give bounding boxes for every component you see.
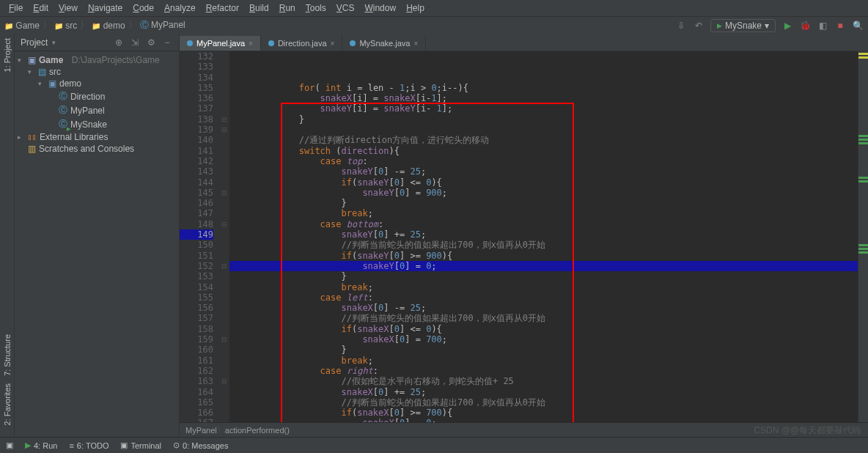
editor-body: 1321331341351361371381391401411421431441…	[180, 51, 868, 422]
code-line[interactable]: break;	[229, 208, 858, 218]
code-line[interactable]: snakeY[0] = 0;	[229, 261, 858, 271]
code-editor[interactable]: for( int i = len - 1;i > 0;i--){ snakeX[…	[229, 51, 858, 422]
code-line[interactable]: //判断当前蛇头的值如果超出700，则x值再从0开始	[229, 240, 858, 250]
code-line[interactable]: if(snakeX[0] <= 0){	[229, 324, 858, 334]
tree-scratches[interactable]: ▥ Scratches and Consoles	[18, 143, 176, 155]
tree-package[interactable]: ▾▣ demo	[18, 78, 176, 89]
crumb-mypanel[interactable]: Ⓒ MyPanel	[140, 19, 185, 32]
menu-view[interactable]: View	[54, 1, 82, 15]
menu-refactor[interactable]: Refactor	[202, 1, 243, 15]
code-line[interactable]: case bottom:	[229, 219, 858, 229]
code-line[interactable]: }	[229, 345, 858, 355]
editor-crumb-item[interactable]: actionPerformed()	[225, 426, 290, 435]
code-line[interactable]: //假如蛇是水平向右移动，则蛇头的值+ 25	[229, 376, 858, 386]
side-tab-project[interactable]: 1: Project	[3, 38, 12, 72]
tree-class-direction[interactable]: Ⓒ Direction	[18, 89, 176, 103]
side-tab-structure[interactable]: 7: Structure	[3, 334, 12, 376]
code-line[interactable]: //判断当前蛇头的值如果超出700，则x值再从0开始	[229, 313, 858, 323]
class-icon	[268, 40, 274, 46]
code-line[interactable]	[229, 125, 858, 135]
code-line[interactable]: if(snakeY[0] <= 0){	[229, 177, 858, 188]
code-line[interactable]: snakeY[i] = snakeY[i- 1];	[229, 103, 858, 114]
menu-edit[interactable]: Edit	[29, 1, 53, 15]
code-line[interactable]: }	[229, 271, 858, 281]
code-line[interactable]: if(snakeY[0] >= 900){	[229, 251, 858, 261]
menu-build[interactable]: Build	[245, 1, 273, 15]
side-tab-favorites[interactable]: 2: Favorites	[3, 383, 12, 425]
code-line[interactable]: case top:	[229, 156, 858, 166]
run-config-selector[interactable]: MySnake ▾	[710, 19, 776, 32]
editor-breadcrumb[interactable]: MyPanel 〉 actionPerformed()	[180, 422, 868, 437]
close-icon[interactable]: ×	[331, 40, 335, 48]
menu-code[interactable]: Code	[128, 1, 158, 15]
code-line[interactable]: snakeY[0] -= 25;	[229, 166, 858, 177]
code-line[interactable]: snakeX[0] += 25;	[229, 387, 858, 397]
line-gutter[interactable]: 1321331341351361371381391401411421431441…	[180, 51, 219, 422]
editor-crumb-item[interactable]: MyPanel	[185, 426, 217, 435]
code-line[interactable]: snakeX[0] = 0;	[229, 418, 858, 422]
crumb-demo[interactable]: demo	[92, 21, 125, 31]
code-line[interactable]: //通过判断direction方向值，进行蛇头的移动	[229, 135, 858, 145]
build-icon[interactable]: ⇩	[675, 20, 687, 32]
collapse-icon[interactable]: ⇲	[129, 37, 141, 48]
chevron-down-icon[interactable]: ▾	[52, 39, 56, 46]
menu-vcs[interactable]: VCS	[332, 1, 359, 15]
tab-mysnake-java[interactable]: MySnake.java×	[342, 36, 426, 51]
toolwindow-toggle-icon[interactable]: ▣	[6, 441, 13, 450]
tree-ext-libs[interactable]: ▸⫾⫾ External Libraries	[18, 131, 176, 143]
code-line[interactable]: case right:	[229, 366, 858, 376]
menu-navigate[interactable]: Navigate	[84, 1, 127, 15]
project-tree: ▾▣ Game D:\JavaProjects\Game ▾▤ src ▾▣ d…	[15, 51, 179, 158]
code-line[interactable]: snakeX[i] = snakeX[i-1];	[229, 93, 858, 103]
status-messages[interactable]: ⊙ 0: Messages	[173, 441, 228, 450]
fold-gutter[interactable]: ⊟⊟⊟⊟⊟⊟⊟	[219, 51, 229, 422]
code-line[interactable]: snakeX[0] -= 25;	[229, 303, 858, 313]
debug-icon[interactable]: 🐞	[799, 20, 811, 32]
tree-class-mypanel[interactable]: Ⓒ MyPanel	[18, 103, 176, 117]
close-icon[interactable]: ×	[413, 40, 418, 48]
code-line[interactable]: for( int i = len - 1;i > 0;i--){	[229, 83, 858, 93]
navigation-bar: Game〉 src〉 demo〉Ⓒ MyPanel ⇩ ↶ MySnake ▾ …	[0, 16, 868, 34]
coverage-icon[interactable]: ◧	[817, 20, 828, 32]
menu-run[interactable]: Run	[275, 1, 300, 15]
tree-src[interactable]: ▾▤ src	[18, 66, 176, 78]
close-icon[interactable]: ×	[249, 40, 253, 48]
tree-root[interactable]: ▾▣ Game D:\JavaProjects\Game	[18, 54, 176, 66]
crumb-game[interactable]: Game	[4, 21, 40, 31]
gear-icon[interactable]: ⚙	[145, 37, 157, 48]
code-line[interactable]: case left:	[229, 292, 858, 303]
tree-class-mysnake[interactable]: Ⓒ▶ MySnake	[18, 117, 176, 131]
run-icon[interactable]: ▶	[781, 20, 793, 32]
menu-window[interactable]: Window	[360, 1, 400, 15]
target-icon[interactable]: ⊕	[113, 37, 125, 48]
chevron-down-icon: ▾	[765, 21, 769, 31]
class-icon	[350, 40, 356, 46]
code-line[interactable]: switch (direction){	[229, 146, 858, 156]
hide-icon[interactable]: −	[161, 37, 173, 48]
code-line[interactable]: //判断当前蛇头的值如果超出700，则x值再从0开始	[229, 397, 858, 408]
tab-direction-java[interactable]: Direction.java×	[261, 36, 342, 51]
status-run[interactable]: ▶ 4: Run	[25, 441, 57, 450]
crumb-src[interactable]: src	[54, 21, 77, 31]
code-line[interactable]: }	[229, 198, 858, 208]
menu-file[interactable]: File	[4, 1, 27, 15]
tab-mypanel-java[interactable]: MyPanel.java×	[180, 36, 261, 51]
status-bar: ▣ ▶ 4: Run ≡ 6: TODO ▣ Terminal ⊙ 0: Mes…	[0, 437, 868, 453]
error-stripe[interactable]	[858, 51, 868, 422]
stop-icon[interactable]: ■	[834, 20, 846, 32]
code-line[interactable]: if(snakeX[0] >= 700){	[229, 408, 858, 418]
code-line[interactable]: break;	[229, 356, 858, 366]
back-icon[interactable]: ↶	[693, 20, 705, 32]
menu-help[interactable]: Help	[402, 1, 429, 15]
breadcrumb[interactable]: Game〉 src〉 demo〉Ⓒ MyPanel	[4, 19, 185, 32]
code-line[interactable]: snakeY[0] = 900;	[229, 188, 858, 198]
code-line[interactable]: snakeY[0] += 25;	[229, 229, 858, 240]
search-icon[interactable]: 🔍	[852, 20, 864, 32]
menu-analyze[interactable]: Analyze	[160, 1, 200, 15]
code-line[interactable]: snakeX[0] = 700;	[229, 334, 858, 345]
code-line[interactable]: break;	[229, 282, 858, 292]
code-line[interactable]: }	[229, 114, 858, 125]
status-todo[interactable]: ≡ 6: TODO	[69, 441, 108, 450]
menu-tools[interactable]: Tools	[301, 1, 331, 15]
status-terminal[interactable]: ▣ Terminal	[120, 441, 161, 450]
